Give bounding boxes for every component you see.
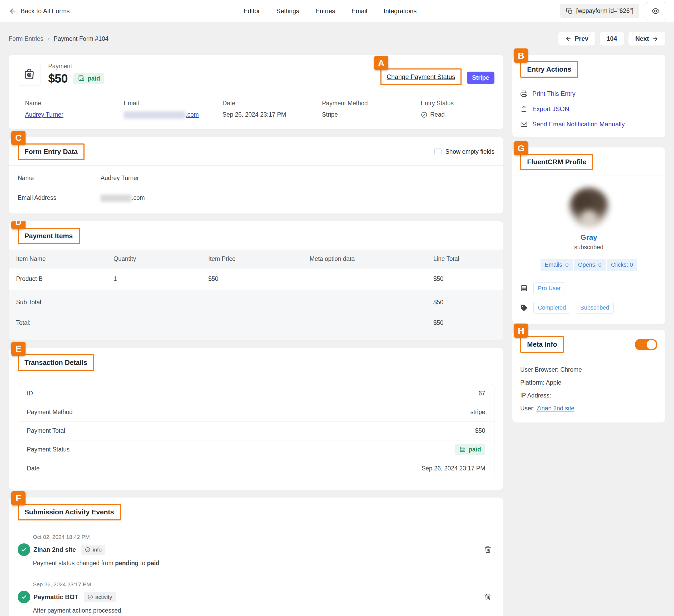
shortcode-pill[interactable]: [wppayform id="626"] [560,4,639,18]
activity-event: Sep 26, 2024 23:17 PM Paymattic BOT acti… [18,581,492,616]
event-type-badge: activity [84,592,116,602]
back-to-all-forms[interactable]: Back to All Forms [0,0,79,22]
event-author: Paymattic BOT [33,593,79,601]
form-entry-row-email: Email Address .com [18,194,494,202]
nav-integrations[interactable]: Integrations [383,7,417,15]
stripe-gateway-badge: Stripe [467,72,494,84]
annotation-box-d: D Payment Items [18,228,80,244]
event-type-badge: info [81,545,105,555]
email-link[interactable]: .com [124,111,199,119]
entry-actions-card: B Entry Actions Print This Entry [512,55,665,137]
meta-info-toggle[interactable] [635,339,657,350]
annotation-box-f: F Submission Activity Events [18,504,121,520]
subtotal-row: Sub Total: $50 [9,292,503,313]
back-label: Back to All Forms [20,7,70,15]
summary-field-entry-status: Entry Status Read [421,100,494,119]
wallet-check-icon [459,446,466,453]
event-author: Zinan 2nd site [33,546,76,553]
change-payment-status-link[interactable]: Change Payment Status [387,73,455,80]
activity-events-card: F Submission Activity Events Oct 02, 202… [9,498,503,616]
breadcrumb-form-entries[interactable]: Form Entries [9,35,43,42]
top-bar: Back to All Forms Editor Settings Entrie… [0,0,674,22]
send-email-notification-link[interactable]: Send Email Notification Manually [520,121,657,128]
event-date: Sep 26, 2024 23:17 PM [33,581,492,588]
payment-bag-icon [18,63,41,86]
circle-check-icon [421,111,428,118]
meta-browser: User Browser: Chrome [520,366,657,373]
paid-status-badge: paid [455,444,485,455]
top-nav: Editor Settings Entries Email Integratio… [243,0,417,22]
annotation-label-g: G [514,141,528,155]
annotation-box-g: G FluentCRM Profile [520,154,593,170]
payment-items-header-row: Item Name Quantity Item Price Meta optio… [9,250,503,268]
annotation-label-c: C [11,131,25,145]
annotation-box-a: A Change Payment Status [380,69,461,85]
entry-actions-title: Entry Actions [527,65,571,73]
annotation-label-h: H [514,324,528,338]
annotation-label-e: E [11,342,25,356]
printer-icon [520,90,528,97]
avatar [569,188,609,227]
prev-button[interactable]: Prev [558,32,595,45]
payment-amount: $50 [48,71,68,86]
nav-editor[interactable]: Editor [243,7,260,15]
breadcrumb-current: Payment Form #104 [54,35,108,42]
chevron-right-icon: › [48,35,49,42]
annotation-label-f: F [11,491,25,505]
annotation-box-h: H Meta Info [520,336,564,353]
meta-info-card: H Meta Info User Browser: Chrome Platfor… [512,330,665,422]
annotation-box-c: C Form Entry Data [18,143,85,160]
form-entry-data-card: C Form Entry Data Show empty fields Name… [9,137,503,214]
blurred-email [124,111,186,119]
nav-email[interactable]: Email [351,7,367,15]
subscription-status: subscribed [520,244,657,251]
arrow-left-icon [9,7,16,15]
export-json-link[interactable]: Export JSON [520,105,657,113]
upload-icon [520,105,528,113]
paid-status-badge: paid [74,73,104,84]
delete-event-button[interactable] [484,546,492,553]
contact-name-link[interactable]: Gray [520,233,657,242]
annotation-box-e: E Transaction Details [18,354,94,371]
summary-field-payment-method: Payment Method Stripe [322,100,421,119]
delete-event-button[interactable] [484,593,492,601]
annotation-box-b: B Entry Actions [520,61,578,78]
show-empty-fields-checkbox[interactable] [434,148,442,155]
topbar-divider [79,0,79,22]
activity-event: Oct 02, 2024 18:42 PM Zinan 2nd site inf… [18,534,492,574]
form-entry-row-name: Name Audrey Turner [18,174,494,181]
total-row: Total: $50 [9,313,503,333]
entry-name-link[interactable]: Audrey Turner [25,111,64,118]
breadcrumb: Form Entries › Payment Form #104 [9,35,108,42]
meta-platform: Platform: Apple [520,379,657,386]
event-description: Payment status changed from pending to p… [33,560,492,567]
summary-field-name: Name Audrey Turner [25,100,124,119]
check-circle-icon [18,543,30,556]
meta-user-link[interactable]: Zinan 2nd site [536,405,574,412]
wallet-check-icon [78,75,85,82]
summary-field-email: Email .com [124,100,222,119]
entry-number[interactable]: 104 [600,32,624,45]
transaction-row-id: ID 67 [18,384,494,403]
transaction-details-title: Transaction Details [24,359,87,366]
print-this-entry-link[interactable]: Print This Entry [520,90,657,97]
tag-badge: Completed [533,302,570,314]
next-button[interactable]: Next [629,32,665,45]
envelope-icon [520,121,528,128]
list-icon [520,284,528,292]
tag-icon [520,304,528,312]
list-badge: Pro User [533,282,565,294]
payment-items-card: D Payment Items Item Name Quantity Item … [9,221,503,340]
nav-settings[interactable]: Settings [276,7,299,15]
fluentcrm-profile-card: G FluentCRM Profile Gray subscribed Emai… [512,147,665,324]
activity-events-title: Submission Activity Events [24,508,114,516]
meta-user: User: Zinan 2nd site [520,405,657,412]
meta-ip-address: IP Address: [520,392,657,399]
nav-entries[interactable]: Entries [315,7,335,15]
check-circle-icon [18,591,30,603]
preview-button[interactable] [644,2,667,20]
summary-field-date: Date Sep 26, 2024 23:17 PM [222,100,322,119]
shortcode-text: [wppayform id="626"] [576,7,634,14]
show-empty-fields-label: Show empty fields [445,148,494,155]
transaction-details-card: E Transaction Details ID 67 Payment Meth… [9,348,503,490]
